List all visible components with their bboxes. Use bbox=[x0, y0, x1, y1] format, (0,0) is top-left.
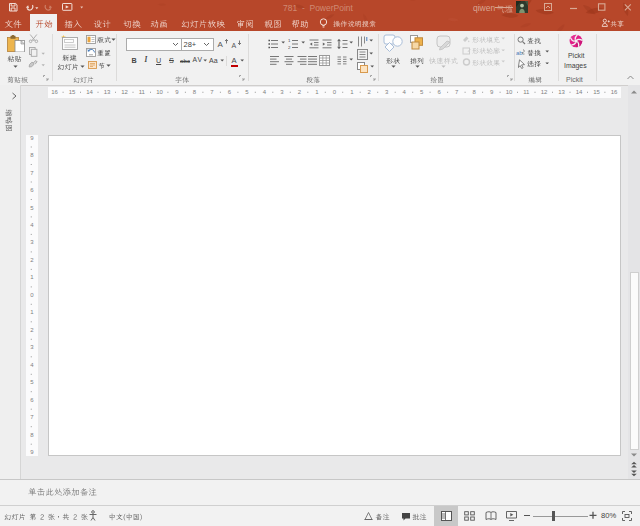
svg-text:2: 2 bbox=[288, 45, 291, 49]
svg-text:1: 1 bbox=[288, 39, 291, 43]
